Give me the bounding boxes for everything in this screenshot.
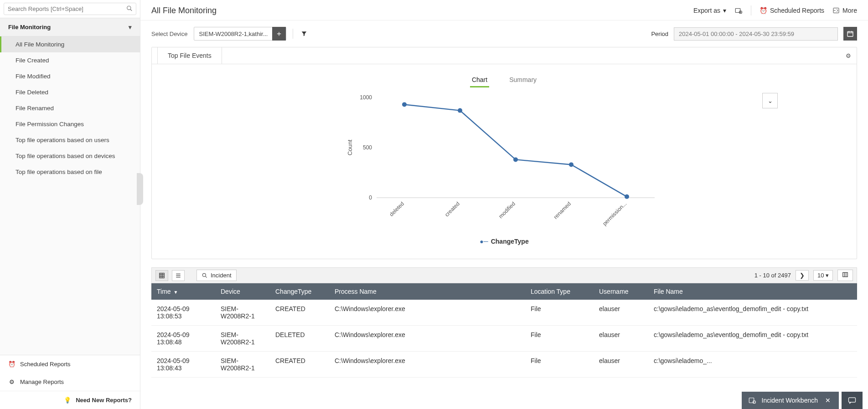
svg-rect-37 bbox=[749, 398, 754, 403]
tab-top-file-events[interactable]: Top File Events bbox=[157, 47, 222, 64]
sidebar-item-top-users[interactable]: Top file operations based on users bbox=[0, 132, 140, 148]
svg-line-1 bbox=[130, 9, 132, 11]
svg-point-15 bbox=[458, 108, 462, 113]
alarm-icon: ⏰ bbox=[8, 361, 16, 368]
incident-workbench-bar[interactable]: Incident Workbench ✕ bbox=[742, 392, 839, 409]
svg-point-17 bbox=[569, 162, 574, 167]
svg-text:deleted: deleted bbox=[388, 200, 405, 218]
chart-expand-button[interactable]: ⌄ bbox=[762, 93, 778, 108]
col-process[interactable]: Process Name bbox=[329, 283, 525, 300]
svg-text:permission...: permission... bbox=[601, 200, 628, 227]
table-row[interactable]: 2024-05-09 13:08:53SIEM-W2008R2-1CREATED… bbox=[151, 300, 857, 326]
svg-rect-34 bbox=[843, 272, 848, 276]
sidebar-section-label: File Monitoring bbox=[8, 24, 51, 31]
sidebar-item-file-renamed[interactable]: File Renamed bbox=[0, 100, 140, 116]
svg-rect-39 bbox=[849, 398, 856, 402]
view-grid-button[interactable] bbox=[155, 270, 168, 281]
view-list-button[interactable] bbox=[172, 270, 185, 281]
table-header-row: Time▼ Device ChangeType Process Name Loc… bbox=[151, 283, 857, 300]
col-device[interactable]: Device bbox=[215, 283, 270, 300]
caret-down-icon: ▾ bbox=[723, 7, 726, 14]
svg-point-38 bbox=[753, 401, 755, 404]
table-row[interactable]: 2024-05-09 13:08:48SIEM-W2008R2-1DELETED… bbox=[151, 326, 857, 352]
alarm-icon: ⏰ bbox=[760, 7, 767, 14]
page-size-selector[interactable]: 10 ▾ bbox=[813, 270, 833, 281]
svg-text:1000: 1000 bbox=[360, 94, 372, 101]
sidebar-item-top-file[interactable]: Top file operations based on file bbox=[0, 164, 140, 180]
col-username[interactable]: Username bbox=[594, 283, 648, 300]
svg-text:Count: Count bbox=[346, 139, 353, 155]
workbench-icon bbox=[748, 396, 756, 404]
sort-desc-icon: ▼ bbox=[174, 290, 178, 295]
sidebar-section-header[interactable]: File Monitoring ▾ bbox=[0, 18, 140, 36]
svg-line-33 bbox=[205, 276, 207, 278]
sidebar-item-all-file-monitoring[interactable]: All File Monitoring bbox=[0, 36, 140, 52]
col-time[interactable]: Time▼ bbox=[151, 283, 215, 300]
manage-reports-link[interactable]: ⚙ Manage Reports bbox=[0, 373, 140, 391]
scheduled-reports-link[interactable]: ⏰ Scheduled Reports bbox=[0, 355, 140, 373]
select-device-label: Select Device bbox=[151, 31, 187, 37]
export-as-button[interactable]: Export as ▾ bbox=[693, 7, 726, 14]
table-row[interactable]: 2024-05-09 13:08:43SIEM-W2008R2-1CREATED… bbox=[151, 352, 857, 378]
device-value[interactable]: SIEM-W2008R2-1,kathir... bbox=[194, 31, 272, 37]
svg-text:0: 0 bbox=[369, 194, 372, 201]
sidebar-item-file-deleted[interactable]: File Deleted bbox=[0, 84, 140, 100]
svg-rect-2 bbox=[735, 9, 740, 13]
bulb-icon: 💡 bbox=[64, 397, 71, 404]
sidebar-item-file-created[interactable]: File Created bbox=[0, 52, 140, 68]
separator bbox=[751, 5, 751, 15]
chart-legend: ●─ChangeType bbox=[188, 238, 820, 245]
sidebar-item-file-permission[interactable]: File Permission Changes bbox=[0, 116, 140, 132]
sidebar-item-file-modified[interactable]: File Modified bbox=[0, 68, 140, 84]
mode-tab-chart[interactable]: Chart bbox=[470, 73, 489, 87]
workbench-chat-button[interactable] bbox=[842, 392, 863, 409]
line-chart: Count05001000deletedcreatedmodifiedrenam… bbox=[345, 93, 664, 230]
svg-text:renamed: renamed bbox=[553, 200, 572, 220]
column-settings-button[interactable] bbox=[837, 270, 853, 281]
pagination-range: 1 - 10 of 2497 bbox=[754, 272, 791, 279]
svg-text:500: 500 bbox=[363, 144, 372, 151]
col-location[interactable]: Location Type bbox=[525, 283, 594, 300]
svg-rect-5 bbox=[847, 31, 853, 36]
svg-point-0 bbox=[127, 6, 131, 10]
svg-point-18 bbox=[625, 194, 629, 199]
period-input[interactable] bbox=[674, 27, 838, 41]
calendar-button[interactable] bbox=[843, 27, 857, 41]
col-filename[interactable]: File Name bbox=[648, 283, 857, 300]
col-changetype[interactable]: ChangeType bbox=[270, 283, 329, 300]
next-page-button[interactable]: ❯ bbox=[796, 270, 809, 281]
filter-button[interactable] bbox=[300, 29, 309, 38]
need-reports-link[interactable]: 💡 Need New Reports? bbox=[0, 391, 140, 409]
period-label: Period bbox=[651, 31, 668, 37]
gear-icon: ⚙ bbox=[8, 378, 16, 385]
chart-settings-button[interactable]: ⚙ bbox=[840, 49, 857, 63]
separator bbox=[293, 29, 293, 39]
svg-text:created: created bbox=[444, 200, 461, 218]
sidebar-collapse-handle[interactable] bbox=[137, 173, 143, 205]
svg-point-14 bbox=[402, 102, 407, 107]
more-button[interactable]: More bbox=[832, 7, 857, 14]
incident-button[interactable]: Incident bbox=[196, 270, 237, 281]
page-title: All File Monitoring bbox=[151, 6, 217, 15]
export-mail-button[interactable] bbox=[734, 6, 743, 15]
scheduled-reports-button[interactable]: ⏰ Scheduled Reports bbox=[760, 7, 824, 14]
sidebar-item-top-devices[interactable]: Top file operations based on devices bbox=[0, 148, 140, 164]
svg-text:modified: modified bbox=[497, 200, 517, 220]
svg-point-16 bbox=[513, 157, 518, 162]
close-icon[interactable]: ✕ bbox=[823, 397, 832, 404]
svg-rect-24 bbox=[160, 273, 165, 278]
caret-down-icon: ▾ bbox=[129, 24, 132, 31]
mode-tab-summary[interactable]: Summary bbox=[507, 73, 538, 87]
search-icon[interactable] bbox=[126, 5, 133, 13]
search-input[interactable] bbox=[4, 3, 136, 15]
add-device-button[interactable]: ＋ bbox=[272, 27, 286, 41]
